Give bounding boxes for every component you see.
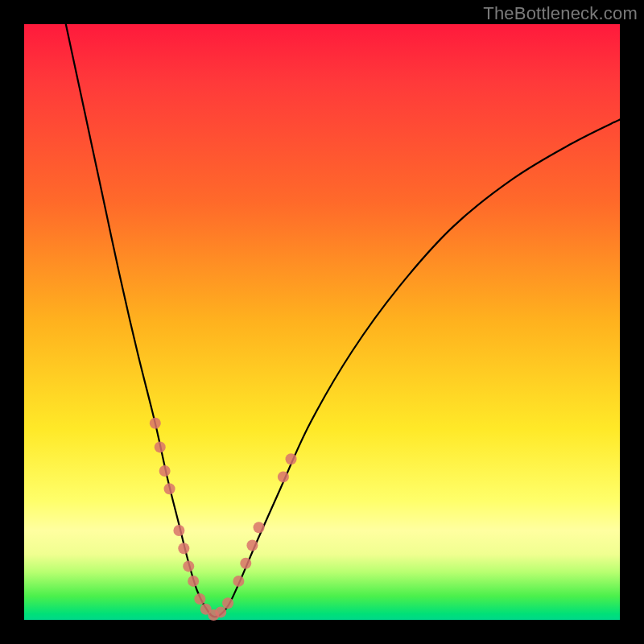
highlight-dot [240,558,251,569]
curve-layer [24,24,620,620]
highlight-dot [159,465,171,477]
watermark-text: TheBottleneck.com [483,3,638,24]
highlight-dot [215,606,226,617]
highlight-dot [183,560,194,572]
highlight-markers [150,418,297,621]
highlight-dot [254,522,265,533]
highlight-dot [194,593,205,605]
chart-frame: TheBottleneck.com [0,0,644,644]
highlight-dot [222,597,233,609]
highlight-dot [233,576,244,587]
plot-area [24,24,620,620]
highlight-dot [246,540,258,551]
highlight-dot [178,543,189,554]
highlight-dot [164,483,175,494]
bottleneck-curve-path [66,24,620,617]
highlight-dot [150,418,161,429]
highlight-dot [155,441,166,452]
highlight-dot [173,525,184,536]
highlight-dot [188,576,199,587]
highlight-dot [278,471,289,482]
highlight-dot [286,453,297,464]
